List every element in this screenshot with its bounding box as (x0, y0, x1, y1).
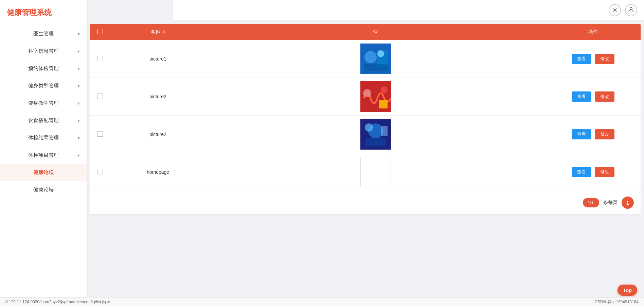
row-checkbox[interactable] (97, 56, 103, 61)
data-table-container: 名称 ⇅ 值 操作 (90, 24, 641, 191)
sidebar-item-fitness-type[interactable]: 健身类型管理 ▼ (0, 77, 87, 95)
pagination-bar: 10 20 50 条每页 1 (90, 191, 641, 214)
sidebar-item-appointment[interactable]: 预约体检管理 ▼ (0, 60, 87, 77)
row-name-cell: homepage (110, 153, 205, 191)
thumbnail-placeholder (360, 157, 391, 187)
per-page-label: 条每页 (603, 200, 618, 206)
chevron-down-icon: ▼ (77, 153, 80, 157)
chevron-down-icon: ▼ (77, 84, 80, 88)
edit-button[interactable]: 修改 (595, 129, 614, 139)
sidebar-item-room[interactable]: 科室信息管理 ▼ (0, 42, 87, 60)
app-title: 健康管理系统 (0, 0, 87, 25)
chevron-down-icon: ▼ (77, 101, 80, 105)
row-actions-cell: 查看 修改 (545, 78, 641, 116)
table-row: picture2 (90, 116, 641, 153)
header-checkbox[interactable] (97, 29, 103, 34)
svg-rect-5 (364, 64, 388, 71)
user-button[interactable] (625, 4, 637, 16)
sidebar-item-doctor[interactable]: 医生管理 ▼ (0, 25, 87, 42)
top-bar: ✕ (173, 0, 644, 20)
col-name-label: 名称 (150, 29, 160, 35)
row-checkbox[interactable] (97, 131, 103, 137)
sidebar-item-exam-item[interactable]: 体检项目管理 ▼ (0, 147, 87, 164)
view-button[interactable]: 查看 (572, 91, 591, 102)
row-value-cell (205, 153, 545, 191)
row-checkbox[interactable] (97, 169, 103, 174)
table-row: picture1 (90, 40, 641, 78)
edit-button[interactable]: 修改 (595, 91, 614, 102)
thumbnail-image (360, 119, 391, 150)
col-name[interactable]: 名称 ⇅ (110, 24, 205, 40)
row-actions-cell: 查看 修改 (545, 153, 641, 191)
row-checkbox-cell[interactable] (90, 153, 110, 191)
sidebar-item-forum[interactable]: 健康论坛 (0, 164, 87, 181)
col-action-label: 操作 (588, 29, 598, 35)
sidebar: 健康管理系统 医生管理 ▼ 科室信息管理 ▼ 预约体检管理 ▼ 健身类型管理 ▼… (0, 0, 87, 306)
row-value-cell (205, 78, 545, 116)
table-row: homepage 查看 修改 (90, 153, 641, 191)
page-number-button[interactable]: 1 (622, 197, 634, 209)
row-checkbox-cell[interactable] (90, 78, 110, 116)
row-checkbox-cell[interactable] (90, 116, 110, 153)
main-content: ✕ 名称 ⇅ (87, 0, 644, 306)
edit-button[interactable]: 修改 (595, 167, 614, 177)
view-button[interactable]: 查看 (572, 167, 591, 177)
row-name-cell: picture1 (110, 40, 205, 78)
view-button[interactable]: 查看 (572, 129, 591, 139)
edit-button[interactable]: 修改 (595, 54, 614, 64)
col-value-label: 值 (373, 29, 378, 35)
sidebar-item-forum2[interactable]: 健康论坛 (0, 181, 87, 199)
svg-point-4 (377, 50, 384, 57)
thumbnail-cell (210, 44, 541, 74)
chevron-down-icon: ▼ (77, 32, 80, 36)
sidebar-item-exam-result[interactable]: 体检结果管理 ▼ (0, 129, 87, 147)
view-button[interactable]: 查看 (572, 54, 591, 64)
status-watermark: CSDN @q_1394918164 (594, 300, 639, 304)
row-name: homepage (147, 169, 169, 175)
status-url: 8.129.11.174:9020/jspm2nyv2/jsp/modules/… (5, 300, 110, 304)
svg-rect-8 (379, 100, 388, 108)
row-name-cell: picture2 (110, 116, 205, 153)
svg-rect-12 (365, 138, 386, 146)
chevron-down-icon: ▼ (77, 67, 80, 71)
row-name: picture2 (149, 132, 166, 137)
row-value-cell (205, 40, 545, 78)
sidebar-item-diet[interactable]: 饮食搭配管理 ▼ (0, 112, 87, 129)
sidebar-item-fitness-teaching[interactable]: 健身教学管理 ▼ (0, 95, 87, 112)
back-to-top-button[interactable]: Top (618, 285, 637, 296)
user-icon (628, 6, 634, 15)
close-button[interactable]: ✕ (609, 4, 621, 16)
row-actions-cell: 查看 修改 (545, 116, 641, 153)
close-icon: ✕ (612, 6, 618, 14)
svg-point-7 (363, 89, 371, 97)
chevron-down-icon: ▼ (77, 136, 80, 140)
thumbnail-image (360, 81, 391, 112)
data-table: 名称 ⇅ 值 操作 (90, 24, 641, 191)
sort-icon[interactable]: ⇅ (163, 30, 166, 34)
sidebar-nav: 医生管理 ▼ 科室信息管理 ▼ 预约体检管理 ▼ 健身类型管理 ▼ 健身教学管理… (0, 25, 87, 306)
svg-point-9 (381, 86, 388, 93)
row-name-cell: picture2 (110, 78, 205, 116)
row-value-cell (205, 116, 545, 153)
status-bar: 8.129.11.174:9020/jspm2nyv2/jsp/modules/… (0, 297, 644, 306)
thumbnail-image (360, 44, 391, 74)
chevron-down-icon: ▼ (77, 49, 80, 53)
col-checkbox[interactable] (90, 24, 110, 40)
svg-rect-14 (381, 126, 388, 136)
svg-point-2 (364, 51, 377, 63)
page-size-select[interactable]: 10 20 50 (583, 198, 599, 207)
row-name: picture2 (149, 94, 166, 99)
table-row: picture2 (90, 78, 641, 116)
thumbnail-cell (210, 81, 541, 112)
row-checkbox[interactable] (97, 94, 103, 99)
svg-point-0 (630, 7, 632, 10)
chevron-down-icon: ▼ (77, 119, 80, 123)
row-actions-cell: 查看 修改 (545, 40, 641, 78)
col-value: 值 (205, 24, 545, 40)
row-name: picture1 (149, 56, 166, 62)
col-action: 操作 (545, 24, 641, 40)
thumbnail-cell (210, 119, 541, 150)
row-checkbox-cell[interactable] (90, 40, 110, 78)
thumbnail-cell (210, 157, 541, 187)
svg-point-13 (365, 123, 373, 132)
